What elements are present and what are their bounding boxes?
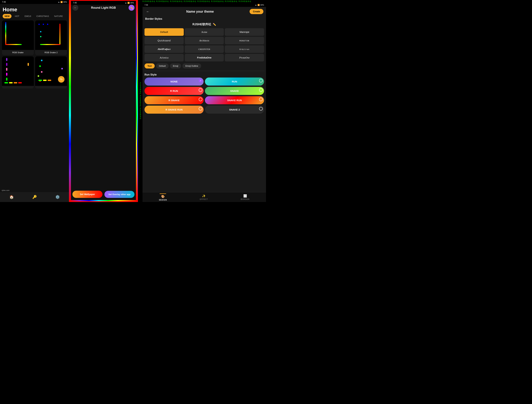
run-btn-rsnake-label: R SNAKE	[168, 99, 180, 102]
run-snake-check	[259, 88, 263, 92]
nav-settings[interactable]: ⚙️	[55, 195, 60, 199]
text-style-emoji[interactable]: Emoji	[170, 63, 181, 69]
run-btn-snake2-label: SNAKE 2	[229, 108, 240, 111]
font-monoton[interactable]: MONOTON	[225, 37, 264, 44]
editor-back-button[interactable]: ←	[145, 9, 150, 14]
font-orbitron[interactable]: Orbitron	[225, 45, 264, 53]
tab-hot[interactable]: HOT	[13, 14, 21, 18]
dot-purple	[6, 58, 7, 61]
run-rsnake-check	[199, 97, 202, 101]
tab-emoji[interactable]: EMOJI	[23, 14, 33, 18]
font-manrope-label: Manrope	[240, 31, 249, 33]
single-dot2	[40, 36, 41, 37]
font-pirata-label: PirataOne	[239, 56, 250, 59]
rainbow-bottom	[70, 200, 137, 201]
preview-back-button[interactable]: ←	[72, 5, 78, 11]
font-default-label: Default	[160, 31, 168, 33]
dot-magenta	[6, 73, 7, 76]
dot-flat-2	[9, 82, 13, 83]
battery-icon: 84%	[63, 1, 67, 3]
run-btn-run-label: RUN	[232, 80, 237, 83]
card-3[interactable]	[2, 56, 34, 89]
font-quicksand[interactable]: Quicksand	[145, 37, 184, 44]
card-rgb-snake[interactable]: RGB Snake	[2, 20, 34, 55]
dot-flat-1	[4, 82, 8, 83]
text-style-text[interactable]: Text	[145, 63, 155, 69]
font-fredoka[interactable]: FredokaOne	[185, 54, 224, 61]
font-pirata[interactable]: PirataOne	[225, 54, 264, 61]
run-btn-rsnake[interactable]: R SNAKE	[145, 96, 204, 104]
brand-name: RJSHE软件社	[192, 22, 211, 26]
tab-christmas[interactable]: CHRISTMAS	[34, 14, 51, 18]
card-4-label	[35, 86, 67, 89]
card3-preview-area	[2, 56, 34, 86]
preview-status-bar: 7:46 ▲ 📶 84%	[71, 1, 136, 5]
watermark-strip: RJSHE软件社 RJSHE软件社 RJSHE软件社	[138, 0, 143, 202]
card-3-label	[2, 86, 34, 89]
editor-status-icons: ▲ 📶 84%	[255, 4, 264, 6]
home-panel: 7:46 ▲ 📶 84% Home NEW HOT EMOJI CHRISTMA…	[0, 0, 69, 202]
font-manrope[interactable]: Manrope	[225, 28, 264, 36]
brand-name-row: RJSHE软件社 ✏️	[143, 21, 266, 28]
tab-nature[interactable]: NATURE	[52, 14, 65, 18]
dot-lime	[6, 78, 7, 81]
run-btn-none-label: NONE	[171, 80, 177, 83]
single-dot	[40, 31, 41, 32]
run-btn-none[interactable]: NONE ✓	[145, 77, 204, 86]
font-acme-label: Acme	[201, 31, 207, 33]
run-btn-snake[interactable]: SNAKE	[205, 87, 264, 95]
set-overlay-button[interactable]: Set Overlay other app	[104, 191, 134, 198]
run-btn-snakerun[interactable]: SNAKE RUN	[205, 96, 264, 104]
font-orbitron-label: Orbitron	[239, 48, 249, 51]
tab-design[interactable]: 🎨 DESIGN	[156, 192, 170, 202]
border-styles-label: Border Styles	[143, 16, 266, 21]
text-style-emoji-outline[interactable]: Emoji Outline	[182, 63, 201, 69]
card-4[interactable]: %	[35, 56, 67, 89]
run-btn-rsnakerun-label: R SNAKE RUN	[165, 108, 183, 111]
card4-dot4	[38, 75, 39, 77]
card4-fab[interactable]: %	[58, 76, 64, 83]
create-button[interactable]: Create	[250, 9, 263, 14]
signal-icon: ▲	[58, 1, 60, 3]
tab-new[interactable]: NEW	[3, 14, 12, 18]
e-signal-icon: ▲	[255, 4, 257, 6]
run-btn-snake2[interactable]: SNAKE 2	[205, 106, 264, 114]
dot-flat-4	[18, 82, 22, 83]
set-wallpaper-button[interactable]: Set Wallpaper	[72, 191, 102, 198]
design-icon: 🎨	[161, 195, 165, 198]
run-btn-run[interactable]: RUN	[205, 77, 264, 86]
preview-edit-button[interactable]: ✏️	[129, 5, 134, 11]
snake-line-left	[5, 22, 6, 45]
font-monoton-label: MONOTON	[239, 40, 249, 42]
home-title: Home	[0, 4, 69, 14]
run-btn-snakerun-label: SNAKE RUN	[227, 99, 242, 102]
border-icon: ⬜	[243, 194, 247, 198]
font-aclonica[interactable]: Aclonica	[145, 54, 184, 61]
editor-bottom-tab-bar: 🎨 DESIGN ✨ EFFECT ⬜ BORDER	[143, 192, 266, 202]
font-fredoka-label: FredokaOne	[197, 56, 211, 59]
home-bottom-nav: 🏠 🔑 ⚙️	[0, 192, 69, 202]
tab-border[interactable]: ⬜ BORDER	[237, 193, 253, 201]
tab-effect[interactable]: ✨ EFFECT	[196, 193, 211, 201]
font-architects[interactable]: Architects	[185, 37, 224, 44]
run-rrun-check	[199, 88, 202, 92]
font-acme[interactable]: Acme	[185, 28, 224, 36]
card4-preview-area: %	[35, 56, 67, 86]
run-btn-rrun[interactable]: R RUN	[145, 87, 204, 95]
home-icon: 🏠	[9, 195, 14, 199]
brand-edit-icon[interactable]: ✏️	[213, 23, 216, 26]
p-wifi-icon: 📶	[127, 2, 130, 4]
run-btn-rsnakerun[interactable]: R SNAKE RUN	[145, 106, 204, 114]
card-rgb-snake2[interactable]: RGB Snake 2	[35, 20, 67, 55]
run-style-section: Run Style NONE ✓ RUN R RUN SNAKE	[143, 72, 266, 114]
font-abril[interactable]: AbrilFatface	[145, 45, 184, 53]
font-default[interactable]: Default	[145, 28, 184, 36]
nav-key[interactable]: 🔑	[32, 195, 37, 199]
rainbow-left	[70, 1, 71, 201]
font-creepster[interactable]: CREEPSTER	[185, 45, 224, 53]
card4-bottom-dots	[38, 80, 51, 81]
text-style-default[interactable]: Default	[156, 63, 169, 69]
rgb-snake2-preview	[35, 20, 67, 50]
dot-b2	[43, 80, 47, 81]
nav-home[interactable]: 🏠	[9, 195, 14, 199]
